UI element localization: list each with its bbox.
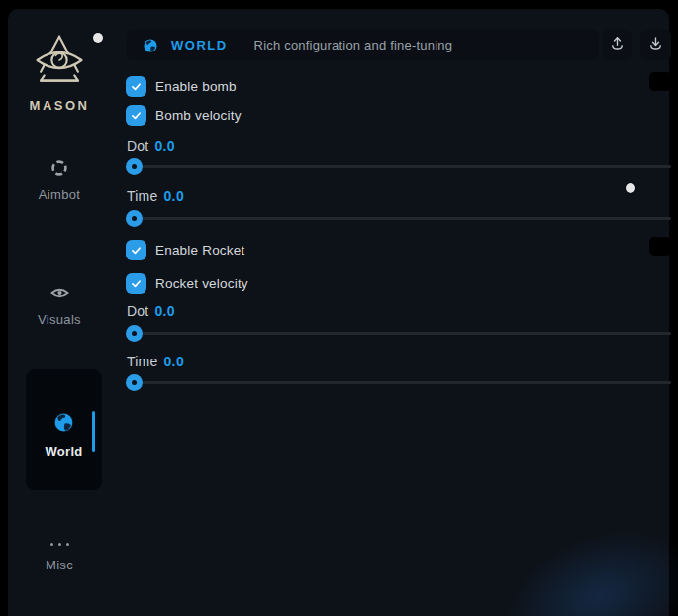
- enable-rocket-checkbox[interactable]: [126, 240, 146, 260]
- sidebar-item-visuals[interactable]: Visuals: [16, 284, 103, 327]
- screen: MASON Aimbot Visuals: [0, 0, 678, 616]
- time-slider-track[interactable]: [126, 381, 671, 384]
- slider-value: 0.0: [163, 188, 184, 204]
- checkbox-label: Rocket velocity: [155, 276, 248, 291]
- app-window: MASON Aimbot Visuals: [8, 9, 669, 616]
- time-slider-thumb[interactable]: [126, 210, 143, 227]
- globe-icon: [143, 38, 158, 53]
- logo: MASON: [8, 33, 111, 113]
- sidebar-item-label: Aimbot: [39, 187, 80, 202]
- slider-value: 0.0: [154, 138, 175, 154]
- upload-icon: [609, 35, 626, 55]
- sidebar-item-label: World: [45, 444, 82, 459]
- sidebar-item-misc[interactable]: Misc: [16, 536, 103, 572]
- sidebar-item-label: Misc: [46, 558, 73, 572]
- bomb-velocity-checkbox[interactable]: [126, 105, 146, 126]
- selected-indicator: [92, 411, 95, 452]
- enable-bomb-checkbox[interactable]: [126, 76, 146, 97]
- slider-label-time: Time0.0: [127, 354, 184, 369]
- corner-glow: [451, 477, 678, 616]
- checkbox-row-enable-rocket: Enable Rocket: [126, 240, 244, 260]
- checkbox-label: Bomb velocity: [155, 108, 242, 123]
- check-icon: [130, 244, 143, 257]
- page-header: WORLD Rich configuration and fine-tuning: [127, 30, 599, 60]
- slider-value: 0.0: [154, 303, 175, 319]
- check-icon: [130, 109, 143, 122]
- download-button[interactable]: [640, 30, 671, 60]
- slider-name: Dot: [127, 138, 148, 154]
- dot-slider-thumb[interactable]: [126, 325, 143, 342]
- checkbox-row-rocket-velocity: Rocket velocity: [126, 273, 248, 294]
- slider-name: Time: [127, 188, 157, 204]
- slider-label-dot: Dot0.0: [127, 138, 175, 154]
- slider-value: 0.0: [163, 354, 184, 369]
- dot-slider-track[interactable]: [126, 332, 671, 335]
- checkbox-row-enable-bomb: Enable bomb: [126, 76, 237, 97]
- checkbox-row-bomb-velocity: Bomb velocity: [126, 105, 242, 126]
- checkbox-label: Enable Rocket: [155, 243, 244, 257]
- page-title: WORLD: [171, 38, 228, 52]
- download-icon: [647, 35, 664, 55]
- upload-button[interactable]: [602, 30, 632, 60]
- slider-label-time: Time0.0: [127, 188, 184, 204]
- page-subtitle: Rich configuration and fine-tuning: [254, 38, 452, 52]
- time-slider-track[interactable]: [126, 217, 671, 220]
- dot-slider-track[interactable]: [126, 165, 671, 168]
- globe-icon: [52, 411, 75, 438]
- slider-name: Dot: [127, 303, 148, 319]
- dot-slider-thumb[interactable]: [126, 158, 143, 175]
- check-icon: [130, 277, 143, 290]
- slider-label-dot: Dot0.0: [127, 303, 175, 319]
- check-icon: [130, 80, 143, 93]
- eye-icon: [50, 284, 69, 306]
- rocket-velocity-checkbox[interactable]: [126, 273, 146, 294]
- divider: [242, 38, 242, 52]
- checkbox-label: Enable bomb: [155, 79, 237, 94]
- rocket-color-swatch[interactable]: [649, 237, 671, 256]
- time-slider-thumb[interactable]: [126, 374, 143, 391]
- eye-pyramid-icon: [33, 33, 86, 92]
- bomb-color-swatch[interactable]: [649, 72, 671, 91]
- sidebar-item-aimbot[interactable]: Aimbot: [16, 159, 103, 202]
- sidebar-item-label: Visuals: [38, 312, 81, 327]
- ellipsis-icon: [50, 536, 69, 552]
- logo-title: MASON: [30, 98, 90, 113]
- slider-name: Time: [127, 354, 157, 369]
- crosshair-icon: [50, 159, 68, 181]
- sidebar-item-world[interactable]: World: [26, 369, 102, 490]
